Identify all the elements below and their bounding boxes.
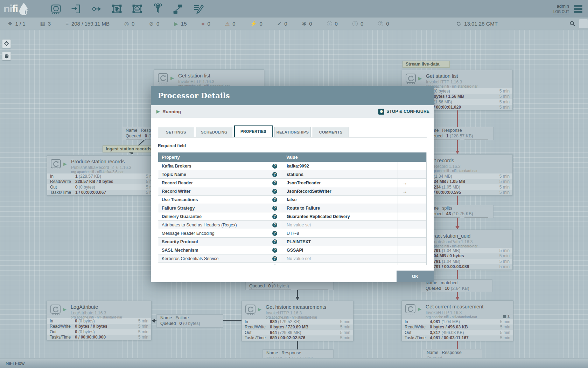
stat-row-out: Out0 (0 bytes) 5 min bbox=[47, 184, 159, 190]
status-locally-modified: ✱0 bbox=[302, 21, 312, 27]
status-not-transmitting: ⊘0 bbox=[149, 21, 159, 27]
breadcrumb[interactable]: NiFi Flow bbox=[6, 361, 24, 366]
q-splits[interactable]: Namesplits Queued43 (10.75 KB) bbox=[423, 205, 493, 218]
tab-scheduling[interactable]: SCHEDULING bbox=[196, 127, 232, 137]
processor-name: Get station list bbox=[426, 73, 458, 79]
logout-link[interactable]: LOG OUT bbox=[553, 10, 569, 14]
property-actions bbox=[398, 170, 427, 178]
property-actions bbox=[398, 229, 427, 237]
column-value: Value bbox=[281, 155, 398, 160]
processor-icon bbox=[405, 73, 416, 86]
help-icon[interactable]: ? bbox=[272, 231, 277, 236]
header-right: admin LOG OUT bbox=[553, 4, 582, 14]
operate-palette-button[interactable] bbox=[2, 52, 11, 60]
help-icon[interactable]: ? bbox=[272, 206, 277, 211]
property-value: JsonRecordSetWriter bbox=[281, 187, 398, 195]
processor-type: LogAttribute 1.16.3 bbox=[71, 311, 106, 315]
stopped-icon: ■ bbox=[202, 21, 205, 27]
locally-modified-icon: ✱ bbox=[302, 21, 307, 27]
running-icon: ▶ bbox=[418, 76, 422, 81]
locally-modified-stale-icon: ! bbox=[352, 21, 358, 26]
tab-settings[interactable]: SETTINGS bbox=[158, 127, 194, 137]
help-icon[interactable]: ? bbox=[272, 164, 277, 169]
remote-process-group-icon[interactable] bbox=[131, 3, 143, 15]
stop-and-configure-button[interactable]: ⚙ STOP & CONFIGURE bbox=[378, 109, 429, 115]
tab-relationships[interactable]: RELATIONSHIPS bbox=[274, 127, 311, 137]
p-produce-station-records[interactable]: ▶ Produce station records PublishKafkaRe… bbox=[47, 155, 159, 196]
status-queued: ≡208 / 159.11 MB bbox=[65, 21, 110, 27]
property-name: Delivery Guarantee ? bbox=[158, 214, 281, 219]
processor-icon[interactable] bbox=[50, 3, 62, 15]
tab-comments[interactable]: COMMENTS bbox=[313, 127, 349, 137]
dialog-tabs: SETTINGSSCHEDULINGPROPERTIESRELATIONSHIP… bbox=[158, 125, 427, 137]
help-icon[interactable]: ? bbox=[272, 256, 277, 261]
tab-properties[interactable]: PROPERTIES bbox=[234, 125, 273, 137]
refresh-icon[interactable] bbox=[456, 21, 461, 26]
property-actions bbox=[398, 212, 427, 220]
template-icon[interactable] bbox=[172, 3, 184, 15]
help-icon[interactable]: ? bbox=[272, 248, 277, 253]
status-queued-count: 208 / 159.11 MB bbox=[71, 21, 110, 27]
stat-row-tasks-time: Tasks/Time689 / 00:02:02.576 5 min bbox=[242, 335, 353, 341]
q-response-right-top[interactable]: NameResponse Queued1 (228.57 KB) bbox=[423, 127, 493, 140]
transmitting-icon: ◎ bbox=[124, 21, 129, 27]
running-icon: ▶ bbox=[63, 161, 67, 166]
property-name: Message Header Encoding ? bbox=[158, 231, 281, 236]
running-icon: ▶ bbox=[170, 75, 174, 81]
status-invalid: ⚠0 bbox=[225, 21, 236, 27]
ok-button[interactable]: OK bbox=[397, 271, 434, 282]
property-name: SASL Mechanism ? bbox=[158, 248, 281, 253]
running-icon: ▶ bbox=[174, 21, 178, 27]
p-get-historic-measurements[interactable]: ▶ Get historic measurements InvokeHTTP 1… bbox=[241, 301, 354, 341]
property-row: Kerberos Service Name ? No value set bbox=[158, 263, 427, 265]
label-icon[interactable] bbox=[192, 3, 204, 15]
property-row: Kafka Brokers ? kafka:9092 bbox=[158, 162, 427, 170]
input-port-icon[interactable] bbox=[70, 3, 82, 15]
refresh-time: 13:01:28 GMT bbox=[464, 21, 498, 27]
running-icon: ▶ bbox=[156, 109, 160, 114]
processor-type: InvokeHTTP 1.16.3 bbox=[266, 311, 302, 315]
stat-row-read-write: Read/Write0 bytes / 729.89 MB 5 min bbox=[242, 325, 353, 330]
property-name: Topic Name ? bbox=[158, 172, 281, 177]
property-row: SASL Mechanism ? GSSAPI bbox=[158, 246, 427, 254]
search-icon[interactable] bbox=[569, 21, 575, 27]
dialog-status-row: ▶ Running ⚙ STOP & CONFIGURE bbox=[151, 105, 434, 118]
nifi-app: nifi admin LOG OUT ❖1 / 1▦3≡208 / 159.11… bbox=[0, 0, 588, 368]
process-group-icon[interactable] bbox=[111, 3, 123, 15]
status-threads: ▦3 bbox=[40, 21, 51, 27]
status-stopped: ■0 bbox=[202, 21, 210, 27]
status-up-to-date-count: 0 bbox=[284, 21, 287, 27]
property-row: Topic Name ? stations bbox=[158, 170, 427, 179]
goto-service-icon[interactable]: → bbox=[402, 180, 407, 186]
last-refresh: 13:01:28 GMT bbox=[456, 21, 498, 27]
disabled-icon: ⚡ bbox=[250, 21, 257, 27]
help-icon[interactable]: ? bbox=[272, 197, 277, 202]
processor-details-dialog: Processor Details ▶ Running ⚙ STOP & CON… bbox=[151, 86, 434, 282]
funnel-icon[interactable] bbox=[152, 3, 163, 15]
p-get-current-measurement[interactable]: ▶ Get current measurement InvokeHTTP 1.1… bbox=[401, 300, 513, 341]
navigate-palette-button[interactable] bbox=[2, 39, 11, 48]
column-property: Property bbox=[158, 155, 281, 160]
help-icon[interactable]: ? bbox=[272, 189, 277, 194]
processor-type: PublishKafkaRecord_2_6 1.16.3 bbox=[71, 165, 131, 170]
help-icon[interactable]: ? bbox=[272, 223, 277, 227]
property-row: Message Header Encoding ? UTF-8 bbox=[158, 229, 427, 238]
property-value: false bbox=[281, 196, 398, 204]
search-input-collapsed[interactable] bbox=[579, 19, 588, 28]
label-ingest-station-records[interactable]: Ingest station records bbox=[103, 145, 155, 152]
help-icon[interactable]: ? bbox=[272, 214, 277, 219]
status-disabled-count: 0 bbox=[259, 21, 262, 27]
help-icon[interactable]: ? bbox=[272, 265, 277, 266]
output-port-icon[interactable] bbox=[91, 3, 103, 15]
logo-text-fi: fi bbox=[12, 3, 18, 15]
label-stream-live-data[interactable]: Stream live-data bbox=[402, 61, 450, 68]
help-icon[interactable]: ? bbox=[272, 180, 277, 185]
help-icon[interactable]: ? bbox=[272, 239, 277, 244]
global-menu-icon[interactable] bbox=[574, 5, 582, 13]
p-logattribute[interactable]: ▶ LogAttribute LogAttribute 1.16.3 org.a… bbox=[47, 301, 152, 340]
help-icon[interactable]: ? bbox=[272, 172, 277, 177]
property-row: Kerberos Credentials Service ? No value … bbox=[158, 254, 427, 263]
property-value: GSSAPI bbox=[281, 246, 398, 254]
goto-service-icon[interactable]: → bbox=[402, 188, 407, 194]
q-failure[interactable]: NameFailure Queued0 (0 bytes) bbox=[156, 314, 223, 328]
